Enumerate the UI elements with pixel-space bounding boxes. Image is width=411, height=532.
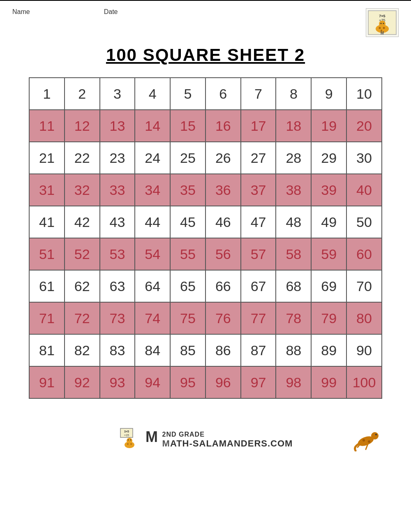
- grid-cell: 57: [241, 238, 276, 270]
- table-row: 61626364656667686970: [29, 270, 382, 302]
- grid-cell: 85: [170, 334, 206, 366]
- grid-cell: 36: [206, 174, 241, 206]
- grid-cell: 53: [100, 238, 135, 270]
- svg-point-16: [127, 438, 132, 444]
- grid-cell: 82: [65, 334, 100, 366]
- svg-point-6: [383, 27, 385, 29]
- grid-cell: 10: [346, 78, 382, 110]
- grid-cell: 40: [346, 174, 382, 206]
- grid-cell: 60: [346, 238, 382, 270]
- svg-point-17: [127, 439, 128, 440]
- table-row: 11121314151617181920: [29, 110, 382, 142]
- footer-text-block: 2ND GRADE MATH-SALAMANDERS.COM: [162, 431, 293, 449]
- grid-cell: 68: [276, 270, 311, 302]
- grid-cell: 27: [241, 142, 276, 174]
- grid-cell: 81: [29, 334, 65, 366]
- hundred-grid-container: 1234567891011121314151617181920212223242…: [29, 77, 382, 399]
- grid-cell: 62: [65, 270, 100, 302]
- grid-cell: 23: [100, 142, 135, 174]
- grid-cell: 39: [311, 174, 346, 206]
- grid-cell: 18: [276, 110, 311, 142]
- svg-point-23: [371, 432, 379, 439]
- grid-cell: 63: [100, 270, 135, 302]
- grid-cell: 37: [241, 174, 276, 206]
- grid-cell: 80: [346, 302, 382, 334]
- grid-cell: 79: [311, 302, 346, 334]
- grid-cell: 59: [311, 238, 346, 270]
- grid-cell: 17: [241, 110, 276, 142]
- grid-cell: 86: [206, 334, 241, 366]
- svg-point-9: [383, 23, 384, 24]
- grid-cell: 9: [311, 78, 346, 110]
- page-title: 100 SQUARE SHEET 2: [0, 45, 411, 65]
- grid-cell: 90: [346, 334, 382, 366]
- grid-cell: 83: [100, 334, 135, 366]
- grid-cell: 91: [29, 366, 65, 398]
- grid-cell: 54: [135, 238, 170, 270]
- grid-cell: 48: [276, 206, 311, 238]
- svg-point-24: [375, 434, 377, 435]
- grid-cell: 2: [65, 78, 100, 110]
- grid-cell: 30: [346, 142, 382, 174]
- grid-cell: 6: [206, 78, 241, 110]
- grid-cell: 95: [170, 366, 206, 398]
- svg-point-27: [363, 439, 365, 442]
- svg-text:3×5: 3×5: [124, 430, 129, 433]
- svg-text:=15: =15: [124, 434, 129, 437]
- footer-site-text: ATH-SALAMANDERS.COM: [170, 438, 293, 449]
- svg-point-4: [379, 21, 386, 27]
- grid-cell: 73: [100, 302, 135, 334]
- grid-cell: 46: [206, 206, 241, 238]
- page-header: Name Date 7×5 =35 M: [0, 1, 411, 37]
- grid-cell: 5: [170, 78, 206, 110]
- footer-grade: 2ND GRADE: [162, 431, 293, 438]
- grid-cell: 26: [206, 142, 241, 174]
- grid-cell: 77: [241, 302, 276, 334]
- table-row: 81828384858687888990: [29, 334, 382, 366]
- footer-brand: M: [144, 429, 159, 451]
- grid-cell: 35: [170, 174, 206, 206]
- table-row: 12345678910: [29, 78, 382, 110]
- grid-cell: 13: [100, 110, 135, 142]
- name-label: Name: [12, 8, 30, 16]
- grid-cell: 21: [29, 142, 65, 174]
- grid-cell: 97: [241, 366, 276, 398]
- svg-point-8: [381, 23, 382, 24]
- grid-cell: 7: [241, 78, 276, 110]
- svg-point-28: [368, 440, 370, 443]
- grid-cell: 20: [346, 110, 382, 142]
- grid-cell: 3: [100, 78, 135, 110]
- grid-cell: 56: [206, 238, 241, 270]
- grid-cell: 64: [135, 270, 170, 302]
- grid-cell: 89: [311, 334, 346, 366]
- grid-cell: 19: [311, 110, 346, 142]
- grid-cell: 41: [29, 206, 65, 238]
- table-row: 41424344454647484950: [29, 206, 382, 238]
- grid-cell: 52: [65, 238, 100, 270]
- grid-cell: 45: [170, 206, 206, 238]
- grid-cell: 15: [170, 110, 206, 142]
- svg-text:M: M: [381, 31, 384, 35]
- svg-text:M: M: [145, 429, 158, 445]
- grid-cell: 96: [206, 366, 241, 398]
- table-row: 21222324252627282930: [29, 142, 382, 174]
- grid-cell: 38: [276, 174, 311, 206]
- grid-cell: 43: [100, 206, 135, 238]
- grid-cell: 67: [241, 270, 276, 302]
- grid-cell: 11: [29, 110, 65, 142]
- grid-cell: 4: [135, 78, 170, 110]
- grid-cell: 84: [135, 334, 170, 366]
- grid-cell: 76: [206, 302, 241, 334]
- table-row: 51525354555657585960: [29, 238, 382, 270]
- grid-cell: 69: [311, 270, 346, 302]
- grid-cell: 71: [29, 302, 65, 334]
- date-label: Date: [104, 8, 118, 16]
- footer-site: MATH-SALAMANDERS.COM: [162, 438, 293, 449]
- svg-text:7×5: 7×5: [379, 14, 385, 18]
- hundred-grid: 1234567891011121314151617181920212223242…: [29, 77, 382, 399]
- grid-cell: 93: [100, 366, 135, 398]
- grid-cell: 29: [311, 142, 346, 174]
- grid-cell: 75: [170, 302, 206, 334]
- grid-cell: 33: [100, 174, 135, 206]
- grid-cell: 50: [346, 206, 382, 238]
